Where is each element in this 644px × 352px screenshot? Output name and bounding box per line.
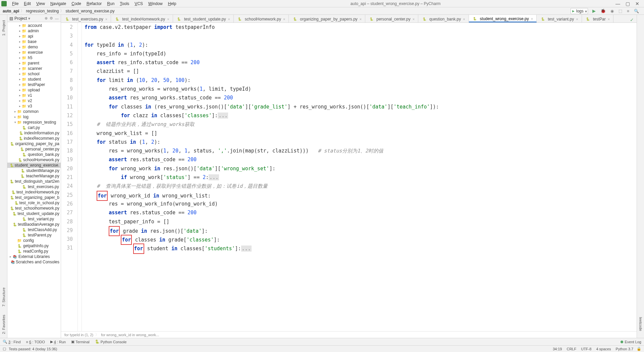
tree-item-test-indexhomework-py[interactable]: test_indexHomework.py bbox=[7, 189, 61, 195]
terminal-tool[interactable]: ▣ Terminal bbox=[71, 340, 90, 344]
project-settings-icon[interactable]: ⚙ bbox=[50, 16, 53, 20]
search-button[interactable]: 🔍 bbox=[632, 8, 641, 14]
tree-item-parent[interactable]: parent bbox=[7, 60, 61, 66]
tree-item-v2[interactable]: v2 bbox=[7, 98, 61, 103]
menu-refactor[interactable]: Refactor bbox=[84, 1, 104, 7]
close-icon[interactable]: × bbox=[531, 17, 533, 21]
tree-item-test-variant-py[interactable]: test_variant.py bbox=[7, 216, 61, 222]
tree-item-indexinformation-py[interactable]: indexInformation.py bbox=[7, 130, 61, 136]
tab-personal-center-py[interactable]: personal_center.py× bbox=[365, 15, 418, 23]
python-console-tool[interactable]: 🐍 Python Console bbox=[95, 340, 127, 344]
close-icon[interactable]: × bbox=[228, 17, 230, 21]
tree-item-teachermanage-py[interactable]: teacherManage.py bbox=[7, 173, 61, 179]
code-content[interactable]: from case.v2.testpaper import testpaperI… bbox=[82, 23, 637, 331]
project-target-icon[interactable]: ⊕ bbox=[45, 16, 48, 20]
menu-edit[interactable]: Edit bbox=[21, 1, 34, 7]
tree-item-test-student-update-py[interactable]: test_student_update.py bbox=[7, 211, 61, 216]
tab-schoolhomework-py[interactable]: schoolHomework.py× bbox=[234, 15, 289, 23]
code-editor[interactable]: 2345678910111215161718192021242526272829… bbox=[61, 23, 637, 331]
menu-vcs[interactable]: VCS bbox=[132, 1, 146, 7]
tree-item-readconfig-py[interactable]: readConfig.py bbox=[7, 249, 61, 254]
tree-item-organizing-paper-by-pa[interactable]: organizing_paper_by_pa bbox=[7, 141, 61, 146]
menu-window[interactable]: Window bbox=[146, 1, 165, 7]
tab-question-bank-py[interactable]: question_bank.py× bbox=[418, 15, 469, 23]
tree-item-v1[interactable]: v1 bbox=[7, 93, 61, 98]
cursor-position[interactable]: 34:19 bbox=[553, 347, 562, 351]
status-hide-icon[interactable]: ▢ bbox=[3, 347, 6, 351]
tree-item-test-role-in-school-py[interactable]: test_role_in_school.py bbox=[7, 200, 61, 206]
project-header[interactable]: ▤ Project ▾ ⊕ ⚙ — bbox=[7, 15, 61, 22]
tree-item-test-organizing-paper-b[interactable]: test_organizing_paper_b bbox=[7, 195, 61, 200]
find-tool[interactable]: 🔍 3: Find bbox=[3, 340, 21, 344]
close-icon[interactable]: ✕ bbox=[635, 1, 639, 6]
breadcrumb-root[interactable]: auto_api bbox=[3, 9, 19, 13]
editor-breadcrumb[interactable]: for typeId in (1, 2) 〉 for wrong_work_id… bbox=[61, 331, 637, 338]
tab-test-variant-py[interactable]: test_variant.py× bbox=[537, 15, 582, 23]
menu-view[interactable]: View bbox=[34, 1, 48, 7]
tree-item-testparent-py[interactable]: testParent.py bbox=[7, 232, 61, 238]
project-tool-label[interactable]: 1: Project bbox=[2, 20, 6, 36]
tab-test-student-update-py[interactable]: test_student_update.py× bbox=[173, 15, 234, 23]
tree-item-test-schoolhomework-py[interactable]: test_schoolhomework.py bbox=[7, 206, 61, 211]
tree-item-getpathinfo-py[interactable]: getpathInfo.py bbox=[7, 243, 61, 249]
event-log[interactable]: Event Log bbox=[621, 340, 641, 344]
tree-item-indexrecommen-py[interactable]: indexRecommen.py bbox=[7, 136, 61, 141]
favorites-tool-label[interactable]: 2: Favorites bbox=[2, 315, 6, 334]
tree-item-admin[interactable]: admin bbox=[7, 28, 61, 34]
tree-item-api[interactable]: api bbox=[7, 34, 61, 39]
tree-item-studentmanage-py[interactable]: studentManage.py bbox=[7, 168, 61, 173]
menu-tools[interactable]: Tools bbox=[117, 1, 132, 7]
close-icon[interactable]: × bbox=[413, 17, 415, 21]
menu-navigate[interactable]: Navigate bbox=[48, 1, 69, 7]
menu-run[interactable]: Run bbox=[104, 1, 117, 7]
close-icon[interactable]: × bbox=[608, 17, 610, 21]
breadcrumb-file[interactable]: student_wrong_exercise.py bbox=[65, 9, 114, 13]
attach-button[interactable]: ⬚ bbox=[616, 8, 624, 14]
close-icon[interactable]: × bbox=[167, 17, 169, 21]
close-icon[interactable]: × bbox=[576, 17, 578, 21]
todo-tool[interactable]: ≡ 6: TODO bbox=[26, 340, 45, 344]
structure-tool-label[interactable]: 7: Structure bbox=[2, 288, 6, 307]
tree-item-h5[interactable]: h5 bbox=[7, 55, 61, 60]
interpreter[interactable]: Python 3.7 bbox=[615, 347, 633, 351]
breadcrumb-folder[interactable]: regression_testing bbox=[26, 9, 59, 13]
run-with-coverage-button[interactable]: ◉ bbox=[608, 8, 616, 14]
menu-file[interactable]: File bbox=[9, 1, 21, 7]
close-icon[interactable]: × bbox=[360, 17, 362, 21]
project-collapse-icon[interactable]: — bbox=[55, 16, 59, 20]
leetcode-tool-label[interactable]: leetcode bbox=[639, 317, 643, 331]
tree-item-base[interactable]: base bbox=[7, 39, 61, 44]
stop-button[interactable]: ■ bbox=[625, 8, 631, 14]
tree-item-testpaper[interactable]: testPaper bbox=[7, 82, 61, 87]
maximize-icon[interactable]: ▢ bbox=[626, 1, 630, 6]
tree-item-student[interactable]: student bbox=[7, 77, 61, 82]
tree-item-log[interactable]: log bbox=[7, 114, 61, 120]
tree-item-common[interactable]: common bbox=[7, 109, 61, 114]
tab-organizing-paper-by-papers-py[interactable]: organizing_paper_by_papers.py× bbox=[289, 15, 365, 23]
tree-item-schoolhomework-py[interactable]: schoolHomework.py bbox=[7, 157, 61, 163]
tree-item-v3[interactable]: v3 bbox=[7, 103, 61, 109]
run-tool[interactable]: ▶ 4: Run bbox=[50, 340, 66, 344]
menu-help[interactable]: Help bbox=[165, 1, 179, 7]
tree-item-scanner[interactable]: scanner bbox=[7, 66, 61, 71]
encoding[interactable]: UTF-8 bbox=[581, 347, 591, 351]
close-icon[interactable]: × bbox=[283, 17, 285, 21]
tree-item-question-bank-py[interactable]: question_bank.py bbox=[7, 152, 61, 157]
tree-item-external-libraries[interactable]: External Libraries bbox=[7, 254, 61, 259]
tree-item-testbaodianaverage-py[interactable]: testBaodianAverage.py bbox=[7, 222, 61, 227]
close-icon[interactable]: × bbox=[463, 17, 465, 21]
tab-student-wrong-exercise-py[interactable]: student_wrong_exercise.py× bbox=[469, 15, 537, 23]
project-tree[interactable]: accountadminapibasedemoexerciseh5parents… bbox=[7, 22, 61, 338]
lock-icon[interactable]: 🔒 bbox=[637, 347, 641, 351]
tab-test-exercises-py[interactable]: test_exercises.py× bbox=[61, 15, 111, 23]
tree-item-test-exercises-py[interactable]: test_exercises.py bbox=[7, 184, 61, 189]
tab-testpar[interactable]: testPar× bbox=[582, 15, 613, 23]
run-config-combo[interactable]: logs bbox=[571, 8, 588, 14]
tree-item-student-wrong-exercise-[interactable]: student_wrong_exercise. bbox=[7, 163, 61, 168]
tree-item-exercise[interactable]: exercise bbox=[7, 50, 61, 55]
minimize-icon[interactable]: — bbox=[615, 1, 620, 6]
run-button[interactable]: ▶ bbox=[590, 8, 598, 14]
tree-item-regression-testing[interactable]: regression_testing bbox=[7, 120, 61, 125]
tree-item-scratches-and-consoles[interactable]: Scratches and Consoles bbox=[7, 259, 61, 265]
tree-item-cart-py[interactable]: cart.py bbox=[7, 125, 61, 130]
